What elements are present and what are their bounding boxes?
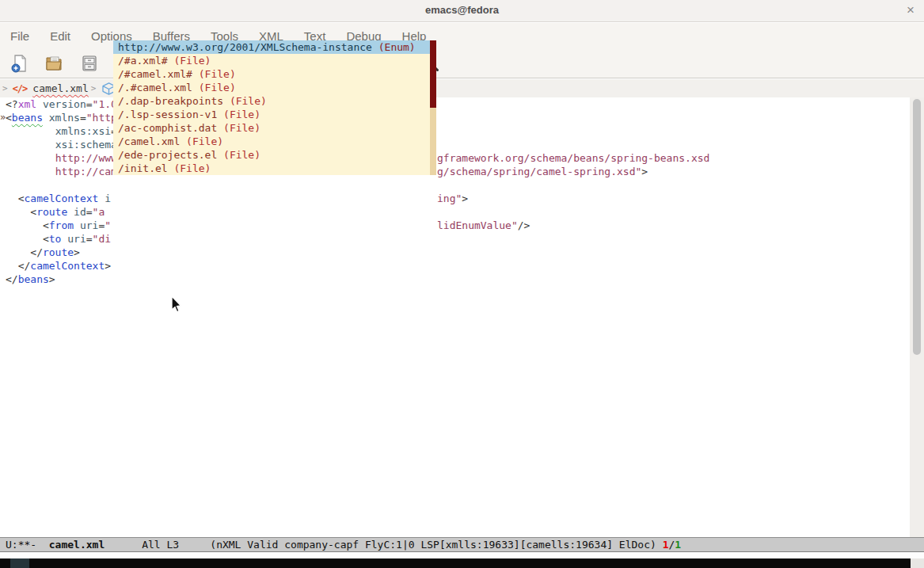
completion-item[interactable]: /#camel.xml# (File) (113, 67, 430, 81)
completion-popup: http://www.w3.org/2001/XMLSchema-instanc… (113, 40, 436, 175)
popup-scrollbar-thumb[interactable] (430, 40, 436, 108)
menu-item-edit[interactable]: Edit (40, 25, 81, 48)
modeline-prefix: U:**- (6, 539, 49, 551)
completion-item[interactable]: /#a.xml# (File) (113, 54, 430, 67)
code-line: </route> (0, 246, 910, 259)
code-line: <route id="a (0, 205, 910, 219)
code-line: </camelContext> (0, 259, 910, 273)
breadcrumb-file[interactable]: camel.xml (32, 82, 88, 94)
bottom-corner (911, 558, 924, 568)
editor-scrollbar[interactable] (910, 97, 924, 537)
new-file-icon[interactable] (10, 54, 29, 73)
completion-item-selected[interactable]: http://www.w3.org/2001/XMLSchema-instanc… (113, 40, 430, 54)
bottom-panel (0, 558, 911, 568)
completion-item[interactable]: /init.el (File) (113, 162, 430, 175)
bottom-panel-accent (10, 558, 29, 568)
popup-scrollbar[interactable] (430, 40, 436, 175)
window-title: emacs@fedora (0, 4, 924, 16)
mouse-cursor (169, 295, 183, 314)
completion-item[interactable]: /.lsp-session-v1 (File) (113, 108, 430, 121)
code-line: <camelContext iing"> (0, 192, 910, 205)
open-folder-icon[interactable] (45, 54, 64, 73)
code-line: <to uri="di (0, 232, 910, 246)
modeline-pos-total: 1 (675, 539, 681, 551)
code-line: <from uri="lidEnumValue"/> (0, 219, 910, 232)
breadcrumb-separator-chevron: > (91, 83, 97, 93)
modeline-info: All L3 (nXML Valid company-capf FlyC:1|0… (105, 539, 662, 551)
editor-scrollbar-thumb[interactable] (913, 99, 921, 355)
title-bar: emacs@fedora × (0, 0, 924, 22)
completion-item[interactable]: /.dap-breakpoints (File) (113, 94, 430, 108)
completion-item[interactable]: /ede-projects.el (File) (113, 148, 430, 162)
emacs-frame: emacs@fedora × FileEditOptionsBuffersToo… (0, 0, 924, 568)
menu-item-file[interactable]: File (0, 25, 40, 48)
modeline-buffer-name: camel.xml (49, 539, 105, 551)
completion-item[interactable]: /camel.xml (File) (113, 135, 430, 148)
close-icon[interactable]: × (907, 2, 914, 18)
code-line (0, 178, 910, 192)
code-line: </beans> (0, 273, 910, 286)
completion-item[interactable]: /ac-comphist.dat (File) (113, 121, 430, 135)
xml-file-icon: </> (13, 83, 28, 94)
echo-area[interactable] (0, 552, 924, 558)
completion-item[interactable]: /.#camel.xml (File) (113, 81, 430, 94)
breadcrumb-leading-chevron: > (2, 83, 8, 93)
dired-icon[interactable] (80, 54, 99, 73)
mode-line: U:**- camel.xml All L3 (nXML Valid compa… (0, 537, 924, 552)
